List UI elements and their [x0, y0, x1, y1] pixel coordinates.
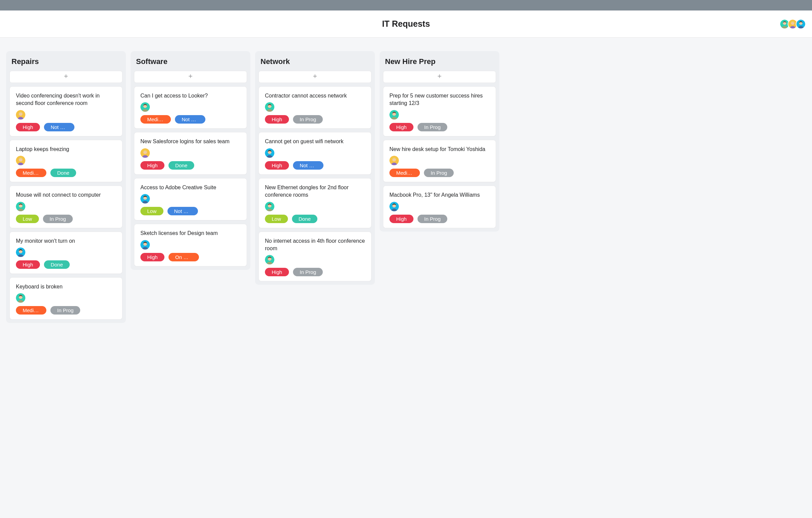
column-title: New Hire Prep [383, 55, 496, 71]
priority-pill: Medium [389, 169, 420, 177]
priority-pill: Low [16, 215, 39, 223]
status-pill: Done [44, 260, 70, 269]
priority-pill: High [140, 161, 164, 170]
priority-pill: Low [265, 215, 288, 223]
priority-pill: Low [140, 207, 163, 215]
task-card[interactable]: Macbook Pro, 13" for Angela Williams Hig… [383, 186, 496, 228]
add-card-button[interactable] [9, 71, 122, 83]
board-scroll-area[interactable]: Repairs Video conferencing doesn't work … [0, 38, 812, 518]
board-column: Network Contractor cannot access network… [255, 51, 375, 285]
status-pill: Not Star… [44, 123, 74, 131]
priority-pill: High [265, 268, 289, 276]
plus-icon [63, 73, 69, 80]
page-title: IT Requests [382, 19, 430, 29]
status-pill: Done [292, 215, 318, 223]
task-title: My monitor won't turn on [16, 237, 116, 245]
priority-pill: High [265, 161, 289, 170]
collaborators-stack[interactable] [780, 19, 806, 29]
task-card[interactable]: Access to Adobe Creative Suite LowNot St… [134, 178, 247, 220]
task-card[interactable]: My monitor won't turn on HighDone [9, 232, 122, 274]
assignee-avatar[interactable] [265, 102, 274, 112]
task-card[interactable]: Keyboard is broken MediumIn Prog [9, 277, 122, 320]
task-card[interactable]: Contractor cannot access network HighIn … [258, 86, 371, 129]
assignee-avatar[interactable] [389, 202, 399, 211]
assignee-avatar[interactable] [389, 156, 399, 165]
assignee-avatar[interactable] [265, 255, 274, 264]
assignee-avatar[interactable] [389, 110, 399, 120]
add-card-button[interactable] [134, 71, 247, 83]
task-title: Prep for 5 new customer success hires st… [389, 92, 490, 107]
task-card[interactable]: Sketch licenses for Design team HighOn H… [134, 224, 247, 266]
column-cards: Video conferencing doesn't work in secon… [9, 86, 122, 320]
column-title: Repairs [9, 55, 122, 71]
assignee-avatar[interactable] [140, 240, 150, 250]
kanban-board: Repairs Video conferencing doesn't work … [6, 51, 806, 518]
task-title: New Ethernet dongles for 2nd floor confe… [265, 184, 365, 199]
task-title: Access to Adobe Creative Suite [140, 184, 241, 191]
status-pill: In Prog [418, 215, 447, 223]
status-pill: In Prog [50, 306, 80, 315]
add-card-button[interactable] [258, 71, 371, 83]
status-pill: Not Star… [167, 207, 198, 215]
assignee-avatar[interactable] [16, 247, 25, 257]
task-title: New hire desk setup for Tomoki Yoshida [389, 146, 490, 153]
status-pill: In Prog [293, 268, 323, 276]
plus-icon [312, 73, 318, 80]
task-title: Laptop keeps freezing [16, 146, 116, 153]
assignee-avatar[interactable] [16, 110, 25, 120]
task-title: Macbook Pro, 13" for Angela Williams [389, 191, 490, 199]
task-title: Contractor cannot access network [265, 92, 365, 100]
status-pill: Not Star… [293, 161, 323, 170]
assignee-avatar[interactable] [140, 148, 150, 158]
task-card[interactable]: Cannot get on guest wifi network HighNot… [258, 132, 371, 174]
plus-icon [188, 73, 193, 80]
plus-icon [437, 73, 442, 80]
collaborator-avatar[interactable] [796, 19, 806, 29]
task-card[interactable]: Laptop keeps freezing MediumDone [9, 140, 122, 182]
task-title: Mouse will not connect to computer [16, 191, 116, 199]
priority-pill: High [389, 123, 413, 131]
task-card[interactable]: New Ethernet dongles for 2nd floor confe… [258, 178, 371, 228]
assignee-avatar[interactable] [265, 148, 274, 158]
priority-pill: High [16, 260, 40, 269]
assignee-avatar[interactable] [16, 202, 25, 211]
board-column: Repairs Video conferencing doesn't work … [6, 51, 126, 323]
priority-pill: Medium [16, 306, 46, 315]
assignee-avatar[interactable] [265, 202, 274, 211]
priority-pill: Medium [140, 115, 171, 124]
status-pill: In Prog [43, 215, 73, 223]
status-pill: On Hold [168, 253, 199, 261]
task-title: New Salesforce logins for sales team [140, 138, 241, 145]
status-pill: Not Star… [175, 115, 205, 124]
status-pill: Done [50, 169, 76, 177]
priority-pill: High [389, 215, 413, 223]
task-card[interactable]: Video conferencing doesn't work in secon… [9, 86, 122, 136]
assignee-avatar[interactable] [140, 194, 150, 203]
column-title: Software [134, 55, 247, 71]
column-cards: Contractor cannot access network HighIn … [258, 86, 371, 281]
task-title: Keyboard is broken [16, 283, 116, 290]
status-pill: Done [168, 161, 194, 170]
task-title: Cannot get on guest wifi network [265, 138, 365, 145]
task-title: Sketch licenses for Design team [140, 230, 241, 237]
assignee-avatar[interactable] [16, 156, 25, 165]
page-header: IT Requests [0, 10, 812, 38]
column-title: Network [258, 55, 371, 71]
task-title: Video conferencing doesn't work in secon… [16, 92, 116, 107]
task-card[interactable]: No internet access in 4th floor conferen… [258, 232, 371, 282]
assignee-avatar[interactable] [16, 293, 25, 303]
add-card-button[interactable] [383, 71, 496, 83]
task-card[interactable]: Prep for 5 new customer success hires st… [383, 86, 496, 136]
window-chrome-bar [0, 0, 812, 10]
task-card[interactable]: New Salesforce logins for sales team Hig… [134, 132, 247, 174]
task-card[interactable]: Mouse will not connect to computer LowIn… [9, 186, 122, 228]
assignee-avatar[interactable] [140, 102, 150, 112]
status-pill: In Prog [418, 123, 447, 131]
task-card[interactable]: Can I get access to Looker? MediumNot St… [134, 86, 247, 129]
priority-pill: Medium [16, 169, 46, 177]
status-pill: In Prog [424, 169, 454, 177]
board-column: Software Can I get access to Looker? Med… [131, 51, 250, 270]
task-title: Can I get access to Looker? [140, 92, 241, 100]
column-cards: Can I get access to Looker? MediumNot St… [134, 86, 247, 266]
task-card[interactable]: New hire desk setup for Tomoki Yoshida M… [383, 140, 496, 182]
